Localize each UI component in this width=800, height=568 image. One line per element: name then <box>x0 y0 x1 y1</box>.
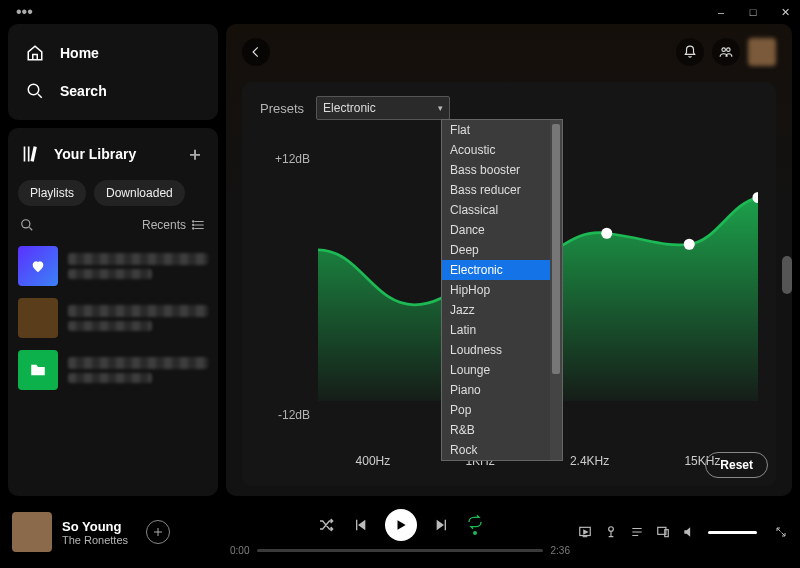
preset-option[interactable]: Latin <box>442 320 550 340</box>
blurred-text <box>68 373 152 383</box>
device-icon <box>656 525 670 539</box>
progress-bar[interactable] <box>257 549 542 552</box>
list-item[interactable] <box>18 246 208 286</box>
add-to-library-button[interactable] <box>146 520 170 544</box>
heart-icon <box>30 258 46 274</box>
next-button[interactable] <box>433 516 451 534</box>
skip-forward-icon <box>434 517 450 533</box>
playlist-cover <box>18 246 58 286</box>
preset-option[interactable]: Pop <box>442 400 550 420</box>
svg-point-4 <box>22 220 30 228</box>
preset-option[interactable]: Piano <box>442 380 550 400</box>
bell-icon <box>683 45 697 59</box>
friends-button[interactable] <box>712 38 740 66</box>
preset-option[interactable]: HipHop <box>442 280 550 300</box>
mic-icon <box>604 525 618 539</box>
preset-option[interactable]: Bass reducer <box>442 180 550 200</box>
presets-label: Presets <box>260 101 304 116</box>
preset-select[interactable]: Electronic ▾ FlatAcousticBass boosterBas… <box>316 96 450 120</box>
connect-device-button[interactable] <box>656 524 670 540</box>
home-icon <box>26 44 44 62</box>
blurred-text <box>68 321 152 331</box>
shuffle-button[interactable] <box>317 516 335 534</box>
folder-icon <box>29 361 47 379</box>
dropdown-scrollbar-thumb[interactable] <box>552 124 560 374</box>
svg-marker-15 <box>584 530 588 534</box>
equalizer-panel: Presets Electronic ▾ FlatAcousticBass bo… <box>242 82 776 486</box>
chip-downloaded[interactable]: Downloaded <box>94 180 185 206</box>
preset-option[interactable]: Lounge <box>442 360 550 380</box>
eq-y-label: -12dB <box>278 408 310 422</box>
preset-option[interactable]: Classical <box>442 200 550 220</box>
repeat-button[interactable] <box>467 514 483 535</box>
preset-option[interactable]: Bass booster <box>442 160 550 180</box>
svg-rect-2 <box>28 147 30 162</box>
playlist-cover <box>18 350 58 390</box>
preset-selected-value: Electronic <box>323 101 376 115</box>
nav-search-label: Search <box>60 83 107 99</box>
queue-icon <box>630 525 644 539</box>
svg-point-7 <box>193 228 194 229</box>
nav-home[interactable]: Home <box>16 34 210 72</box>
preset-option[interactable]: Jazz <box>442 300 550 320</box>
list-item[interactable] <box>18 298 208 338</box>
preset-option[interactable]: R&B <box>442 420 550 440</box>
svg-point-12 <box>684 239 695 250</box>
library-add-button[interactable]: ＋ <box>186 142 204 166</box>
volume-icon <box>682 525 696 539</box>
preset-option[interactable]: Acoustic <box>442 140 550 160</box>
window-minimize[interactable]: – <box>712 3 730 21</box>
svg-rect-3 <box>30 146 36 161</box>
preset-option[interactable]: Electronic <box>442 260 550 280</box>
svg-point-16 <box>609 527 614 532</box>
elapsed-time: 0:00 <box>230 545 249 556</box>
svg-point-5 <box>193 221 194 222</box>
library-sort-label: Recents <box>142 218 186 232</box>
main-scrollbar-thumb[interactable] <box>782 256 792 294</box>
preset-option[interactable]: Deep <box>442 240 550 260</box>
back-button[interactable] <box>242 38 270 66</box>
library-sort[interactable]: Recents <box>142 218 206 232</box>
queue-button[interactable] <box>630 524 644 540</box>
now-playing-artist[interactable]: The Ronettes <box>62 534 128 546</box>
preset-option[interactable]: Flat <box>442 120 550 140</box>
svg-point-0 <box>28 84 39 95</box>
dropdown-scrollbar[interactable] <box>550 120 562 460</box>
list-icon <box>192 218 206 232</box>
play-button[interactable] <box>385 509 417 541</box>
now-playing-view-button[interactable] <box>578 524 592 540</box>
fullscreen-button[interactable] <box>775 524 788 540</box>
now-playing-title[interactable]: So Young <box>62 519 128 534</box>
now-playing-cover[interactable] <box>12 512 52 552</box>
window-maximize[interactable]: □ <box>744 3 762 21</box>
window-close[interactable]: ✕ <box>776 3 794 21</box>
chevron-left-icon <box>249 45 263 59</box>
app-menu-dots[interactable]: ••• <box>6 4 33 20</box>
mute-button[interactable] <box>682 524 696 540</box>
blurred-text <box>68 357 208 369</box>
play-icon <box>394 518 408 532</box>
preset-option[interactable]: Loudness <box>442 340 550 360</box>
user-avatar[interactable] <box>748 38 776 66</box>
chip-playlists[interactable]: Playlists <box>18 180 86 206</box>
nav-home-label: Home <box>60 45 99 61</box>
list-item[interactable] <box>18 350 208 390</box>
notifications-button[interactable] <box>676 38 704 66</box>
preset-option[interactable]: Dance <box>442 220 550 240</box>
preset-option[interactable]: Rock <box>442 440 550 460</box>
svg-point-9 <box>727 48 731 52</box>
main-scrollbar[interactable] <box>782 94 792 294</box>
lyrics-button[interactable] <box>604 524 618 540</box>
library-title: Your Library <box>54 146 136 162</box>
preset-dropdown: FlatAcousticBass boosterBass reducerClas… <box>441 119 563 461</box>
library-search-icon[interactable] <box>20 218 34 232</box>
playlist-cover <box>18 298 58 338</box>
previous-button[interactable] <box>351 516 369 534</box>
eq-x-label: 2.4KHz <box>570 454 609 468</box>
skip-back-icon <box>352 517 368 533</box>
svg-point-8 <box>722 48 726 52</box>
nav-search[interactable]: Search <box>16 72 210 110</box>
volume-slider[interactable] <box>708 531 757 534</box>
repeat-icon <box>467 514 483 530</box>
reset-button[interactable]: Reset <box>705 452 768 478</box>
